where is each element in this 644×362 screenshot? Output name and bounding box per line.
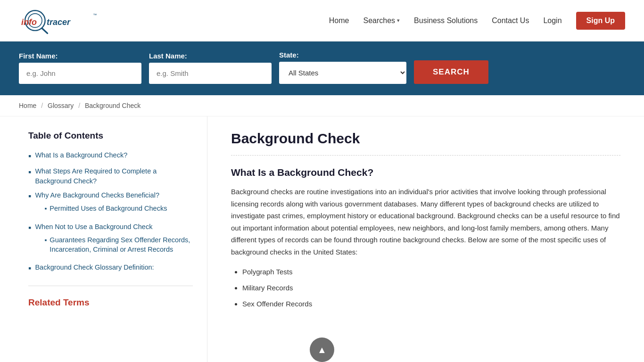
breadcrumb-current: Background Check (85, 102, 140, 109)
list-item: Sex Offender Records (242, 298, 620, 310)
toc-item: ▪ What Is a Background Check? (28, 150, 193, 162)
section1-body: Background checks are routine investigat… (231, 186, 620, 258)
svg-text:™: ™ (93, 13, 97, 17)
article: Background Check What Is a Background Ch… (207, 116, 644, 362)
chevron-down-icon: ▾ (397, 17, 400, 24)
toc-link[interactable]: What Steps Are Required to Complete a Ba… (35, 167, 157, 184)
bullet-icon: ▪ (28, 167, 31, 178)
breadcrumb-sep-1: / (41, 102, 43, 109)
bullet-icon: ▪ (28, 222, 31, 233)
first-name-field: First Name: (19, 52, 141, 84)
state-label: State: (279, 51, 406, 59)
toc-list: ▪ What Is a Background Check?▪ What Step… (28, 150, 193, 274)
nav-searches[interactable]: Searches ▾ (363, 16, 400, 25)
sub-bullet-icon: ▪ (44, 204, 47, 213)
svg-text:info: info (21, 17, 37, 27)
first-name-label: First Name: (19, 52, 141, 60)
toc-link[interactable]: What Is a Background Check? (35, 151, 127, 159)
search-section: First Name: Last Name: State: All States… (0, 41, 644, 95)
nav-business-solutions[interactable]: Business Solutions (414, 16, 478, 25)
toc-link[interactable]: Background Check Glossary Definition: (35, 263, 154, 271)
last-name-input[interactable] (149, 63, 272, 84)
toc-title: Table of Contents (28, 131, 193, 141)
logo[interactable]: info tracer ™ (19, 7, 104, 35)
signup-button[interactable]: Sign Up (576, 12, 625, 30)
section1-title: What Is a Background Check? (231, 167, 620, 178)
last-name-label: Last Name: (149, 52, 272, 60)
chevron-up-icon: ▲ (317, 345, 327, 355)
bullet-icon: ▪ (28, 263, 31, 274)
login-button[interactable]: Login (543, 16, 561, 25)
article-divider (231, 155, 620, 156)
site-header: info tracer ™ Home Searches ▾ Business S… (0, 0, 644, 41)
sidebar: Table of Contents ▪ What Is a Background… (0, 116, 207, 362)
breadcrumb-glossary[interactable]: Glossary (48, 102, 74, 109)
main-content: Table of Contents ▪ What Is a Background… (0, 116, 644, 362)
toc-sub-link[interactable]: Permitted Uses of Background Checks (50, 204, 167, 213)
toc-link[interactable]: When Not to Use a Background Check (35, 223, 152, 230)
scroll-to-top-button[interactable]: ▲ (310, 337, 334, 362)
article-list: Polygraph TestsMilitary RecordsSex Offen… (231, 266, 620, 310)
article-title: Background Check (231, 131, 620, 147)
toc-item: ▪ What Steps Are Required to Complete a … (28, 166, 193, 186)
toc-sub-item: ▪ Guarantees Regarding Sex Offender Reco… (44, 235, 193, 255)
breadcrumb-home[interactable]: Home (19, 102, 36, 109)
list-item: Military Records (242, 282, 620, 294)
search-button[interactable]: SEARCH (414, 60, 488, 84)
article-body: What Is a Background Check? Background c… (231, 167, 620, 310)
list-item: Polygraph Tests (242, 266, 620, 278)
toc-link[interactable]: Why Are Background Checks Beneficial? (35, 191, 159, 199)
bullet-icon: ▪ (28, 191, 31, 202)
state-field: State: All StatesAlabamaAlaskaArizonaArk… (279, 51, 406, 84)
toc-item: ▪ When Not to Use a Background Check▪ Gu… (28, 222, 193, 258)
svg-text:tracer: tracer (47, 17, 71, 27)
related-terms-title: Related Terms (28, 297, 193, 308)
main-nav: Home Searches ▾ Business Solutions Conta… (329, 12, 625, 30)
svg-line-2 (42, 28, 47, 33)
breadcrumb-sep-2: / (78, 102, 80, 109)
toc-item: ▪ Why Are Background Checks Beneficial?▪… (28, 190, 193, 217)
nav-home[interactable]: Home (329, 16, 349, 25)
last-name-field: Last Name: (149, 52, 272, 84)
sub-bullet-icon: ▪ (44, 236, 47, 244)
toc-sub-item: ▪ Permitted Uses of Background Checks (44, 204, 193, 213)
toc-sub-link[interactable]: Guarantees Regarding Sex Offender Record… (50, 235, 193, 255)
toc-item: ▪ Background Check Glossary Definition: (28, 263, 193, 274)
nav-contact-us[interactable]: Contact Us (492, 16, 529, 25)
first-name-input[interactable] (19, 63, 141, 84)
sidebar-divider (28, 286, 193, 286)
state-select[interactable]: All StatesAlabamaAlaskaArizonaArkansasCa… (279, 62, 406, 84)
breadcrumb: Home / Glossary / Background Check (0, 95, 644, 116)
bullet-icon: ▪ (28, 151, 31, 162)
